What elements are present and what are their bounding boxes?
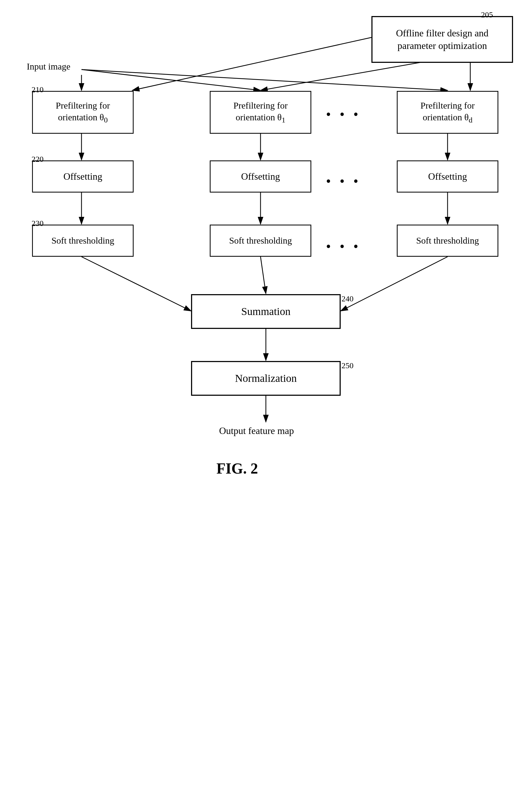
dots-row-1: • • • xyxy=(326,106,361,122)
prefilter-d-box: Prefiltering fororientation θd xyxy=(397,91,498,134)
offsetting-d-label: Offsetting xyxy=(428,170,467,183)
soft-thresh-0-ref: 230 xyxy=(32,219,43,228)
offsetting-0-ref: 220 xyxy=(32,155,43,164)
summation-ref: 240 xyxy=(341,294,354,303)
prefilter-0-label: Prefiltering fororientation θ0 xyxy=(56,100,110,125)
summation-box: Summation xyxy=(191,294,341,329)
summation-label: Summation xyxy=(241,305,290,319)
offsetting-1-label: Offsetting xyxy=(241,170,280,183)
prefilter-0-box: Prefiltering fororientation θ0 xyxy=(32,91,134,134)
offline-filter-label: Offline filter design andparameter optim… xyxy=(396,27,489,52)
offline-filter-ref: 205 xyxy=(481,10,493,19)
normalization-ref: 250 xyxy=(341,361,354,370)
soft-thresh-1-label: Soft thresholding xyxy=(229,235,292,247)
soft-thresh-0-box: Soft thresholding xyxy=(32,224,134,257)
offsetting-0-label: Offsetting xyxy=(63,170,102,183)
soft-thresh-0-label: Soft thresholding xyxy=(51,235,114,247)
output-feature-map-label: Output feature map xyxy=(219,425,294,436)
fig-label: FIG. 2 xyxy=(216,460,258,477)
normalization-box: Normalization xyxy=(191,361,341,396)
prefilter-0-ref: 210 xyxy=(32,85,43,94)
soft-thresh-1-box: Soft thresholding xyxy=(210,224,311,257)
svg-line-2 xyxy=(81,70,261,90)
prefilter-1-box: Prefiltering fororientation θ1 xyxy=(210,91,311,134)
offsetting-0-box: Offsetting xyxy=(32,160,134,193)
soft-thresh-d-box: Soft thresholding xyxy=(397,224,498,257)
svg-line-14 xyxy=(261,257,266,294)
svg-line-3 xyxy=(81,70,448,90)
svg-line-15 xyxy=(341,257,448,311)
dots-row-2: • • • xyxy=(326,173,361,189)
prefilter-1-label: Prefiltering fororientation θ1 xyxy=(233,100,288,125)
normalization-label: Normalization xyxy=(235,371,297,385)
svg-line-13 xyxy=(81,257,191,311)
offsetting-d-box: Offsetting xyxy=(397,160,498,193)
input-image-label: Input image xyxy=(27,61,70,72)
offsetting-1-box: Offsetting xyxy=(210,160,311,193)
soft-thresh-d-label: Soft thresholding xyxy=(416,235,479,247)
diagram-container: Input image Offline filter design andpar… xyxy=(0,0,532,799)
dots-row-3: • • • xyxy=(326,238,361,254)
svg-line-5 xyxy=(261,59,441,90)
svg-line-4 xyxy=(132,37,372,90)
prefilter-d-label: Prefiltering fororientation θd xyxy=(421,100,475,125)
offline-filter-box: Offline filter design andparameter optim… xyxy=(372,16,513,63)
